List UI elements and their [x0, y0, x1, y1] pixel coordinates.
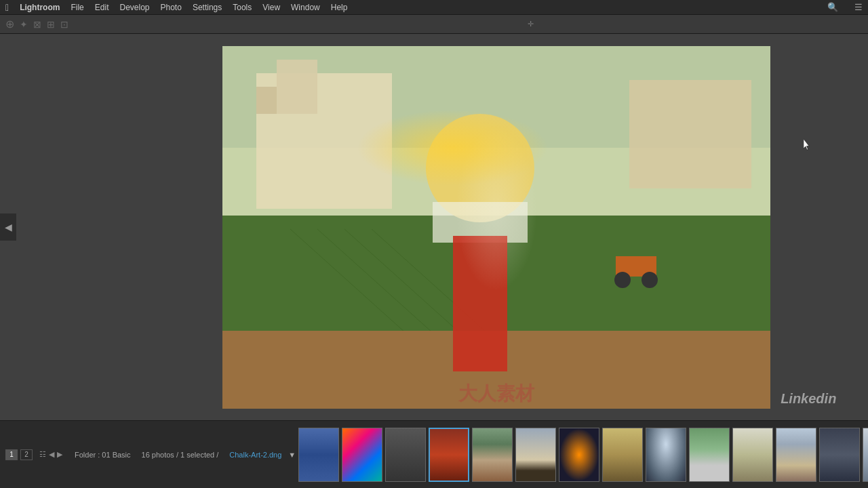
- page-2[interactable]: 2: [20, 449, 33, 460]
- filmstrip-photo-info: 16 photos / 1 selected /: [138, 451, 223, 459]
- filmstrip-thumb-12[interactable]: [776, 428, 816, 482]
- toolbar-icon-3[interactable]: ⊠: [33, 19, 41, 30]
- filmstrip-thumb-8[interactable]: [602, 428, 643, 482]
- svg-line-7: [290, 229, 426, 351]
- menu-lightroom[interactable]: Lightroom: [20, 3, 60, 12]
- page-1[interactable]: 1: [5, 449, 18, 460]
- filmstrip-thumb-1[interactable]: [298, 428, 339, 482]
- filmstrip-thumb-6[interactable]: [515, 428, 556, 482]
- svg-rect-15: [616, 256, 656, 277]
- filmstrip-filename[interactable]: Chalk-Art-2.dng: [225, 451, 285, 459]
- toolbar-icon-1[interactable]: ⊕: [5, 18, 14, 30]
- svg-rect-1: [222, 148, 770, 216]
- filmstrip-prev-icon[interactable]: ◀: [49, 450, 54, 459]
- menu-tools[interactable]: Tools: [233, 3, 252, 12]
- svg-rect-0: [222, 46, 770, 182]
- image-area: ⊕ ✦ ⊠ ⊞ ⊡ ✛ ◀: [0, 15, 868, 488]
- toolbar-icon-4[interactable]: ⊞: [47, 19, 55, 30]
- filmstrip: 1 2 ☷ ◀ ▶ Folder : 01 Basic 16 photos / …: [0, 420, 868, 488]
- menu-file[interactable]: File: [71, 3, 83, 12]
- svg-rect-4: [256, 87, 277, 114]
- toolbar-icon-2[interactable]: ✦: [20, 19, 28, 30]
- svg-rect-11: [222, 331, 770, 409]
- svg-rect-6: [222, 216, 770, 351]
- filmstrip-controls: ☷ ◀ ▶: [39, 450, 62, 459]
- center-cursor: ✛: [528, 20, 534, 28]
- filmstrip-filename-dropdown[interactable]: ▼: [288, 451, 296, 459]
- filmstrip-grid-icon[interactable]: ☷: [39, 450, 46, 459]
- toolbar-icon-5[interactable]: ⊡: [60, 19, 68, 30]
- menu-settings[interactable]: Settings: [193, 3, 222, 12]
- page-nav: 1 2: [5, 449, 33, 460]
- svg-rect-13: [433, 202, 528, 243]
- svg-line-8: [317, 229, 453, 351]
- search-icon[interactable]: 🔍: [827, 2, 838, 12]
- filmstrip-thumb-10[interactable]: [689, 428, 730, 482]
- menu-develop[interactable]: Develop: [119, 3, 149, 12]
- svg-rect-3: [277, 60, 317, 114]
- svg-point-16: [614, 272, 631, 288]
- apple-menu[interactable]: : [5, 2, 9, 13]
- svg-point-12: [426, 114, 534, 222]
- svg-point-17: [642, 272, 658, 288]
- prev-arrow[interactable]: ◀: [0, 214, 16, 241]
- menu-help[interactable]: Help: [331, 3, 348, 12]
- list-icon[interactable]: ☰: [854, 2, 863, 12]
- svg-line-10: [372, 229, 507, 351]
- filmstrip-thumb-9[interactable]: [646, 428, 686, 482]
- filmstrip-thumb-14[interactable]: [863, 428, 868, 482]
- menu-edit[interactable]: Edit: [95, 3, 109, 12]
- menu-bar:  Lightroom File Edit Develop Photo Sett…: [0, 0, 868, 15]
- filmstrip-next-icon[interactable]: ▶: [57, 450, 62, 459]
- linkedin-watermark: Linkedin: [781, 391, 836, 407]
- svg-rect-14: [453, 236, 507, 371]
- filmstrip-thumb-5[interactable]: [472, 428, 513, 482]
- filmstrip-thumb-2[interactable]: [342, 428, 382, 482]
- menu-photo[interactable]: Photo: [161, 3, 182, 12]
- filmstrip-thumb-11[interactable]: [732, 428, 773, 482]
- menu-window[interactable]: Window: [291, 3, 320, 12]
- filmstrip-thumb-4[interactable]: [429, 428, 469, 482]
- main-photo: [222, 46, 770, 409]
- menu-view[interactable]: View: [262, 3, 280, 12]
- svg-rect-2: [256, 73, 392, 209]
- svg-line-9: [344, 229, 480, 351]
- filmstrip-thumb-7[interactable]: [559, 428, 599, 482]
- main-layout: ⊕ ✦ ⊠ ⊞ ⊡ ✛ ◀: [0, 15, 868, 488]
- svg-rect-5: [629, 80, 751, 188]
- filmstrip-folder-info: Folder : 01 Basic: [71, 451, 135, 459]
- image-canvas: ◀: [0, 34, 868, 420]
- filmstrip-thumb-3[interactable]: [385, 428, 426, 482]
- filmstrip-thumb-13[interactable]: [819, 428, 860, 482]
